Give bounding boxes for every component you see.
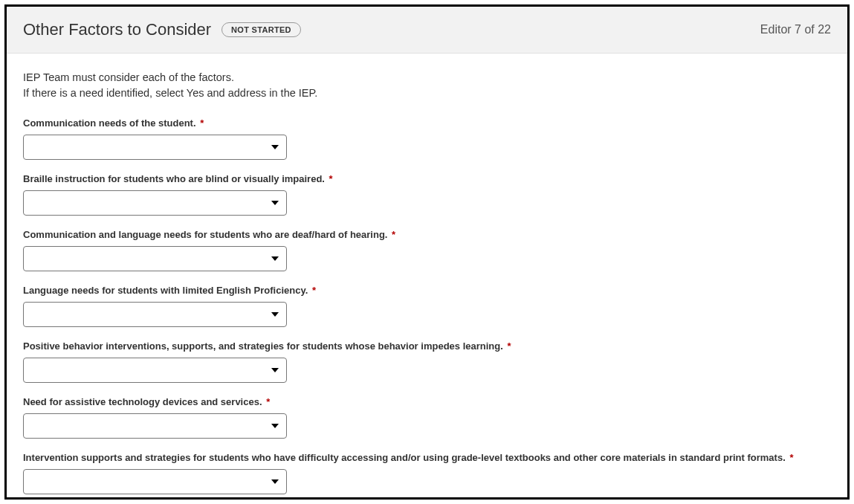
svg-marker-3: [271, 312, 279, 317]
svg-marker-4: [271, 368, 279, 372]
label-text: Intervention supports and strategies for…: [23, 452, 786, 463]
intro-text: IEP Team must consider each of the facto…: [23, 70, 831, 101]
braille-instruction-select[interactable]: [23, 190, 287, 216]
assistive-technology-select[interactable]: [23, 413, 287, 439]
intro-line-2: If there is a need identified, select Ye…: [23, 85, 831, 101]
required-asterisk: *: [200, 117, 204, 129]
page-title: Other Factors to Consider: [23, 20, 211, 39]
form-group: Intervention supports and strategies for…: [23, 452, 831, 494]
required-asterisk: *: [329, 173, 333, 184]
label-text: Positive behavior interventions, support…: [23, 340, 503, 352]
field-label: Language needs for students with limited…: [23, 285, 831, 296]
status-badge: NOT STARTED: [221, 22, 301, 37]
field-label: Communication needs of the student. *: [23, 117, 831, 129]
app-frame: Other Factors to Consider NOT STARTED Ed…: [4, 4, 850, 500]
field-label: Positive behavior interventions, support…: [23, 340, 831, 352]
svg-marker-2: [271, 256, 279, 261]
intro-line-1: IEP Team must consider each of the facto…: [23, 70, 831, 85]
required-asterisk: *: [266, 396, 270, 407]
form-content: IEP Team must consider each of the facto…: [7, 54, 847, 500]
form-group: Positive behavior interventions, support…: [23, 340, 831, 383]
svg-marker-5: [271, 424, 279, 428]
chevron-down-icon: [271, 312, 279, 317]
svg-marker-1: [271, 201, 279, 205]
intervention-supports-select[interactable]: [23, 469, 287, 494]
deaf-hard-hearing-select[interactable]: [23, 246, 287, 271]
form-group: Communication and language needs for stu…: [23, 229, 831, 271]
label-text: Language needs for students with limited…: [23, 285, 308, 296]
form-group: Communication needs of the student. *: [23, 117, 831, 160]
label-text: Need for assistive technology devices an…: [23, 396, 262, 407]
chevron-down-icon: [271, 479, 279, 484]
chevron-down-icon: [271, 201, 279, 205]
page-header: Other Factors to Consider NOT STARTED Ed…: [7, 7, 847, 54]
label-text: Braille instruction for students who are…: [23, 173, 325, 184]
svg-marker-6: [271, 479, 279, 484]
form-group: Braille instruction for students who are…: [23, 173, 831, 216]
required-asterisk: *: [392, 229, 395, 240]
form-group: Need for assistive technology devices an…: [23, 396, 831, 439]
chevron-down-icon: [271, 424, 279, 428]
field-label: Intervention supports and strategies for…: [23, 452, 831, 463]
communication-needs-select[interactable]: [23, 135, 287, 160]
field-label: Need for assistive technology devices an…: [23, 396, 831, 407]
form-group: Language needs for students with limited…: [23, 285, 831, 327]
chevron-down-icon: [271, 368, 279, 372]
chevron-down-icon: [271, 145, 279, 149]
limited-english-select[interactable]: [23, 302, 287, 327]
header-left: Other Factors to Consider NOT STARTED: [23, 20, 301, 39]
svg-marker-0: [271, 145, 279, 149]
label-text: Communication needs of the student.: [23, 117, 196, 129]
label-text: Communication and language needs for stu…: [23, 229, 387, 240]
chevron-down-icon: [271, 256, 279, 261]
editor-count: Editor 7 of 22: [760, 23, 831, 36]
positive-behavior-select[interactable]: [23, 358, 287, 383]
required-asterisk: *: [312, 285, 316, 296]
required-asterisk: *: [507, 340, 511, 352]
field-label: Braille instruction for students who are…: [23, 173, 831, 184]
required-asterisk: *: [789, 452, 793, 463]
field-label: Communication and language needs for stu…: [23, 229, 831, 240]
